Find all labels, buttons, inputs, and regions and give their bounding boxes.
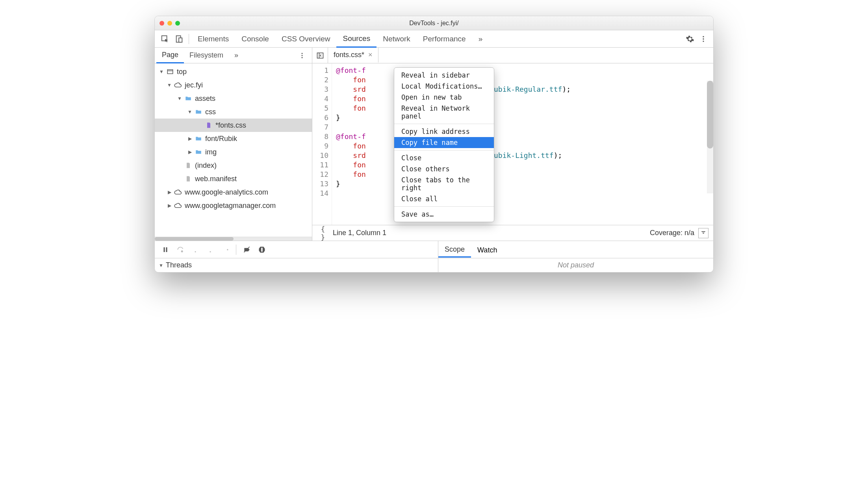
navigator-pane: Page Filesystem » ▼top ▼jec.fyi ▼assets … xyxy=(155,48,312,241)
svg-rect-20 xyxy=(261,248,262,252)
pretty-print-button[interactable]: { } xyxy=(317,225,329,241)
footer-row: ▼Threads Not paused xyxy=(155,258,713,272)
cloud-icon xyxy=(174,81,182,89)
tree-index[interactable]: (index) xyxy=(155,159,312,172)
tree-manifest[interactable]: web.manifest xyxy=(155,172,312,185)
frame-icon xyxy=(166,67,174,76)
pause-on-exceptions-button[interactable] xyxy=(255,243,269,256)
step-into-button[interactable] xyxy=(189,243,202,256)
svg-point-16 xyxy=(195,251,196,252)
menu-reveal-sidebar[interactable]: Reveal in sidebar xyxy=(394,70,494,81)
tree-top[interactable]: ▼top xyxy=(155,65,312,78)
side-tabs-overflow[interactable]: » xyxy=(229,48,244,63)
tab-performance[interactable]: Performance xyxy=(417,31,472,47)
menu-save-as[interactable]: Save as… xyxy=(394,209,494,220)
tab-elements[interactable]: Elements xyxy=(191,31,235,47)
debugger-toolbar: Scope Watch xyxy=(155,241,713,258)
file-tab-fonts-css[interactable]: fonts.css* × xyxy=(328,48,378,63)
cursor-position: Line 1, Column 1 xyxy=(329,229,650,237)
folder-icon xyxy=(184,94,193,103)
tree-gtm[interactable]: ▶www.googletagmanager.com xyxy=(155,199,312,212)
pause-button[interactable] xyxy=(159,243,172,256)
folder-icon xyxy=(194,108,203,116)
tabs-overflow[interactable]: » xyxy=(472,31,489,47)
coverage-label: Coverage: n/a xyxy=(650,229,698,237)
toggle-navigator-icon[interactable] xyxy=(312,48,328,63)
debug-tab-watch[interactable]: Watch xyxy=(471,242,503,257)
menu-close-right[interactable]: Close tabs to the right xyxy=(394,174,494,193)
menu-close-all[interactable]: Close all xyxy=(394,193,494,204)
context-menu: Reveal in sidebar Local Modifications… O… xyxy=(394,67,494,222)
menu-close-others[interactable]: Close others xyxy=(394,163,494,174)
window-title: DevTools - jec.fyi/ xyxy=(155,20,713,27)
side-tab-page[interactable]: Page xyxy=(156,48,184,63)
side-tab-filesystem[interactable]: Filesystem xyxy=(184,48,229,63)
coverage-dropdown-icon[interactable] xyxy=(698,228,708,238)
menu-open-new-tab[interactable]: Open in new tab xyxy=(394,92,494,103)
svg-point-8 xyxy=(302,57,303,58)
cloud-icon xyxy=(174,188,182,197)
close-tab-icon[interactable]: × xyxy=(368,51,373,59)
menu-copy-file-name[interactable]: Copy file name xyxy=(394,137,494,148)
svg-rect-14 xyxy=(166,247,167,252)
side-more-icon[interactable] xyxy=(299,52,310,59)
svg-point-15 xyxy=(182,250,183,252)
editor-status-bar: { } Line 1, Column 1 Coverage: n/a xyxy=(312,225,713,241)
file-icon xyxy=(184,174,193,183)
settings-icon[interactable] xyxy=(683,32,697,46)
svg-point-3 xyxy=(703,36,704,37)
tree-img[interactable]: ▶img xyxy=(155,145,312,159)
tab-network[interactable]: Network xyxy=(377,31,417,47)
file-tab-label: fonts.css* xyxy=(334,51,364,59)
not-paused-label: Not paused xyxy=(438,258,713,272)
file-tree[interactable]: ▼top ▼jec.fyi ▼assets ▼css *fonts.css ▶f… xyxy=(155,63,312,237)
tree-font-rubik[interactable]: ▶font/Rubik xyxy=(155,132,312,145)
tree-fonts-css[interactable]: *fonts.css xyxy=(155,119,312,132)
tree-domain[interactable]: ▼jec.fyi xyxy=(155,78,312,92)
folder-icon xyxy=(194,134,203,143)
devtools-window: DevTools - jec.fyi/ Elements Console CSS… xyxy=(154,16,714,273)
file-icon xyxy=(184,161,193,170)
line-gutter: 1234567891011121314 xyxy=(312,63,332,225)
inspect-element-icon[interactable] xyxy=(158,32,172,46)
svg-point-7 xyxy=(302,55,303,56)
menu-close[interactable]: Close xyxy=(394,152,494,163)
editor-pane: fonts.css* × 1234567891011121314 @font-f… xyxy=(312,48,713,241)
debug-tab-scope[interactable]: Scope xyxy=(438,241,471,258)
svg-point-4 xyxy=(703,38,704,39)
css-file-icon xyxy=(204,121,213,130)
tree-css[interactable]: ▼css xyxy=(155,105,312,119)
svg-point-17 xyxy=(210,251,211,252)
menu-reveal-network[interactable]: Reveal in Network panel xyxy=(394,103,494,122)
svg-rect-13 xyxy=(164,247,165,252)
menu-copy-link[interactable]: Copy link address xyxy=(394,126,494,137)
tree-assets[interactable]: ▼assets xyxy=(155,92,312,105)
code-editor[interactable]: 1234567891011121314 @font-f fon srd Rubi… xyxy=(312,63,713,225)
menu-local-modifications[interactable]: Local Modifications… xyxy=(394,81,494,92)
threads-section[interactable]: ▼Threads xyxy=(155,258,438,272)
tree-horizontal-scrollbar[interactable] xyxy=(155,237,312,241)
tree-ga[interactable]: ▶www.google-analytics.com xyxy=(155,185,312,199)
tab-css-overview[interactable]: CSS Overview xyxy=(275,31,337,47)
step-out-button[interactable] xyxy=(204,243,217,256)
main-tab-bar: Elements Console CSS Overview Sources Ne… xyxy=(155,30,713,48)
kebab-menu-icon[interactable] xyxy=(697,32,710,46)
titlebar: DevTools - jec.fyi/ xyxy=(155,16,713,30)
svg-point-6 xyxy=(302,53,303,54)
svg-rect-2 xyxy=(179,38,182,42)
tab-console[interactable]: Console xyxy=(235,31,275,47)
device-toolbar-icon[interactable] xyxy=(172,32,186,46)
svg-point-18 xyxy=(227,249,228,250)
deactivate-breakpoints-button[interactable] xyxy=(240,243,254,256)
editor-vertical-scrollbar[interactable] xyxy=(707,81,713,193)
step-button[interactable] xyxy=(219,243,232,256)
step-over-button[interactable] xyxy=(174,243,187,256)
folder-icon xyxy=(194,148,203,156)
svg-point-5 xyxy=(703,41,704,42)
cloud-icon xyxy=(174,201,182,210)
tab-sources[interactable]: Sources xyxy=(336,30,377,48)
svg-rect-9 xyxy=(167,70,173,74)
